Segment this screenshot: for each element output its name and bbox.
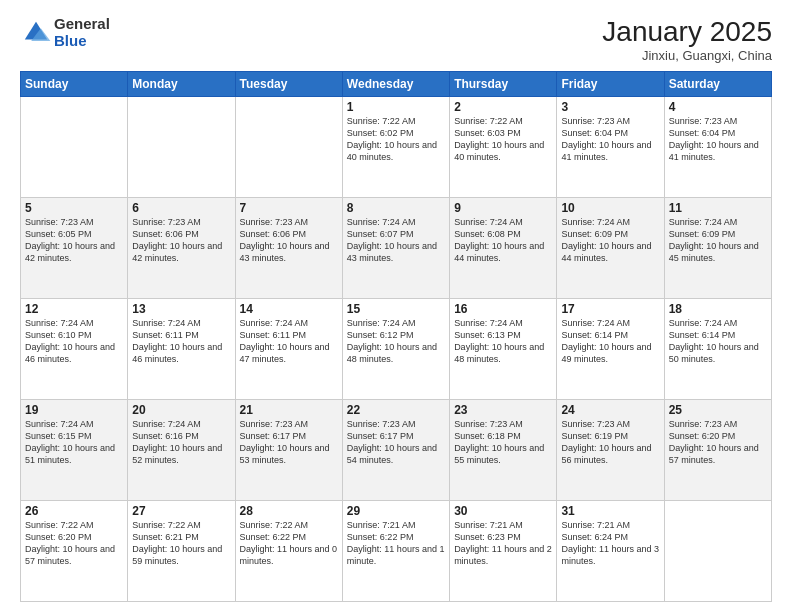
day-info: Sunrise: 7:21 AMSunset: 6:23 PMDaylight:… (454, 519, 552, 568)
calendar-cell: 9Sunrise: 7:24 AMSunset: 6:08 PMDaylight… (450, 198, 557, 299)
calendar-cell: 30Sunrise: 7:21 AMSunset: 6:23 PMDayligh… (450, 501, 557, 602)
logo-text: General Blue (54, 16, 110, 49)
day-number: 18 (669, 302, 767, 316)
calendar-cell: 6Sunrise: 7:23 AMSunset: 6:06 PMDaylight… (128, 198, 235, 299)
day-info: Sunrise: 7:24 AMSunset: 6:14 PMDaylight:… (669, 317, 767, 366)
calendar-cell: 25Sunrise: 7:23 AMSunset: 6:20 PMDayligh… (664, 400, 771, 501)
calendar-cell: 21Sunrise: 7:23 AMSunset: 6:17 PMDayligh… (235, 400, 342, 501)
calendar-cell: 28Sunrise: 7:22 AMSunset: 6:22 PMDayligh… (235, 501, 342, 602)
calendar-week-row: 26Sunrise: 7:22 AMSunset: 6:20 PMDayligh… (21, 501, 772, 602)
calendar-cell: 20Sunrise: 7:24 AMSunset: 6:16 PMDayligh… (128, 400, 235, 501)
calendar-week-row: 19Sunrise: 7:24 AMSunset: 6:15 PMDayligh… (21, 400, 772, 501)
logo-general-text: General (54, 16, 110, 33)
day-number: 28 (240, 504, 338, 518)
day-number: 29 (347, 504, 445, 518)
logo-icon (20, 17, 52, 49)
weekday-header-row: Sunday Monday Tuesday Wednesday Thursday… (21, 72, 772, 97)
day-info: Sunrise: 7:23 AMSunset: 6:05 PMDaylight:… (25, 216, 123, 265)
calendar-cell: 24Sunrise: 7:23 AMSunset: 6:19 PMDayligh… (557, 400, 664, 501)
day-number: 23 (454, 403, 552, 417)
calendar-cell: 10Sunrise: 7:24 AMSunset: 6:09 PMDayligh… (557, 198, 664, 299)
day-info: Sunrise: 7:23 AMSunset: 6:06 PMDaylight:… (132, 216, 230, 265)
day-number: 7 (240, 201, 338, 215)
day-number: 6 (132, 201, 230, 215)
day-info: Sunrise: 7:23 AMSunset: 6:19 PMDaylight:… (561, 418, 659, 467)
calendar-cell: 5Sunrise: 7:23 AMSunset: 6:05 PMDaylight… (21, 198, 128, 299)
day-number: 16 (454, 302, 552, 316)
calendar-cell: 15Sunrise: 7:24 AMSunset: 6:12 PMDayligh… (342, 299, 449, 400)
calendar-cell: 31Sunrise: 7:21 AMSunset: 6:24 PMDayligh… (557, 501, 664, 602)
day-number: 21 (240, 403, 338, 417)
day-number: 13 (132, 302, 230, 316)
calendar-cell: 11Sunrise: 7:24 AMSunset: 6:09 PMDayligh… (664, 198, 771, 299)
calendar-cell: 3Sunrise: 7:23 AMSunset: 6:04 PMDaylight… (557, 97, 664, 198)
logo: General Blue (20, 16, 110, 49)
calendar-cell: 8Sunrise: 7:24 AMSunset: 6:07 PMDaylight… (342, 198, 449, 299)
location-subtitle: Jinxiu, Guangxi, China (602, 48, 772, 63)
title-block: January 2025 Jinxiu, Guangxi, China (602, 16, 772, 63)
day-info: Sunrise: 7:24 AMSunset: 6:09 PMDaylight:… (561, 216, 659, 265)
day-info: Sunrise: 7:24 AMSunset: 6:07 PMDaylight:… (347, 216, 445, 265)
calendar-cell: 17Sunrise: 7:24 AMSunset: 6:14 PMDayligh… (557, 299, 664, 400)
calendar-cell: 23Sunrise: 7:23 AMSunset: 6:18 PMDayligh… (450, 400, 557, 501)
day-number: 24 (561, 403, 659, 417)
day-info: Sunrise: 7:23 AMSunset: 6:06 PMDaylight:… (240, 216, 338, 265)
day-number: 26 (25, 504, 123, 518)
header-saturday: Saturday (664, 72, 771, 97)
day-info: Sunrise: 7:23 AMSunset: 6:18 PMDaylight:… (454, 418, 552, 467)
calendar-cell: 13Sunrise: 7:24 AMSunset: 6:11 PMDayligh… (128, 299, 235, 400)
calendar-cell: 26Sunrise: 7:22 AMSunset: 6:20 PMDayligh… (21, 501, 128, 602)
day-info: Sunrise: 7:24 AMSunset: 6:10 PMDaylight:… (25, 317, 123, 366)
header-friday: Friday (557, 72, 664, 97)
header-tuesday: Tuesday (235, 72, 342, 97)
day-number: 22 (347, 403, 445, 417)
calendar-cell: 4Sunrise: 7:23 AMSunset: 6:04 PMDaylight… (664, 97, 771, 198)
calendar-cell: 18Sunrise: 7:24 AMSunset: 6:14 PMDayligh… (664, 299, 771, 400)
day-info: Sunrise: 7:24 AMSunset: 6:16 PMDaylight:… (132, 418, 230, 467)
day-number: 11 (669, 201, 767, 215)
day-number: 19 (25, 403, 123, 417)
day-number: 14 (240, 302, 338, 316)
calendar-cell: 27Sunrise: 7:22 AMSunset: 6:21 PMDayligh… (128, 501, 235, 602)
day-info: Sunrise: 7:22 AMSunset: 6:22 PMDaylight:… (240, 519, 338, 568)
day-info: Sunrise: 7:24 AMSunset: 6:12 PMDaylight:… (347, 317, 445, 366)
day-info: Sunrise: 7:24 AMSunset: 6:14 PMDaylight:… (561, 317, 659, 366)
day-number: 4 (669, 100, 767, 114)
day-info: Sunrise: 7:22 AMSunset: 6:02 PMDaylight:… (347, 115, 445, 164)
day-number: 10 (561, 201, 659, 215)
header-wednesday: Wednesday (342, 72, 449, 97)
calendar-week-row: 1Sunrise: 7:22 AMSunset: 6:02 PMDaylight… (21, 97, 772, 198)
calendar-week-row: 5Sunrise: 7:23 AMSunset: 6:05 PMDaylight… (21, 198, 772, 299)
calendar-cell (128, 97, 235, 198)
calendar-cell: 29Sunrise: 7:21 AMSunset: 6:22 PMDayligh… (342, 501, 449, 602)
day-info: Sunrise: 7:24 AMSunset: 6:15 PMDaylight:… (25, 418, 123, 467)
day-info: Sunrise: 7:22 AMSunset: 6:03 PMDaylight:… (454, 115, 552, 164)
calendar-cell: 22Sunrise: 7:23 AMSunset: 6:17 PMDayligh… (342, 400, 449, 501)
day-number: 9 (454, 201, 552, 215)
header-sunday: Sunday (21, 72, 128, 97)
day-number: 3 (561, 100, 659, 114)
day-number: 15 (347, 302, 445, 316)
calendar-cell: 1Sunrise: 7:22 AMSunset: 6:02 PMDaylight… (342, 97, 449, 198)
calendar-cell: 19Sunrise: 7:24 AMSunset: 6:15 PMDayligh… (21, 400, 128, 501)
day-number: 30 (454, 504, 552, 518)
day-info: Sunrise: 7:24 AMSunset: 6:09 PMDaylight:… (669, 216, 767, 265)
calendar-cell: 12Sunrise: 7:24 AMSunset: 6:10 PMDayligh… (21, 299, 128, 400)
calendar-cell: 16Sunrise: 7:24 AMSunset: 6:13 PMDayligh… (450, 299, 557, 400)
day-number: 8 (347, 201, 445, 215)
day-info: Sunrise: 7:22 AMSunset: 6:21 PMDaylight:… (132, 519, 230, 568)
day-info: Sunrise: 7:23 AMSunset: 6:17 PMDaylight:… (347, 418, 445, 467)
calendar-week-row: 12Sunrise: 7:24 AMSunset: 6:10 PMDayligh… (21, 299, 772, 400)
calendar-cell: 14Sunrise: 7:24 AMSunset: 6:11 PMDayligh… (235, 299, 342, 400)
day-info: Sunrise: 7:21 AMSunset: 6:24 PMDaylight:… (561, 519, 659, 568)
day-info: Sunrise: 7:21 AMSunset: 6:22 PMDaylight:… (347, 519, 445, 568)
day-number: 12 (25, 302, 123, 316)
day-info: Sunrise: 7:23 AMSunset: 6:04 PMDaylight:… (669, 115, 767, 164)
header-thursday: Thursday (450, 72, 557, 97)
day-info: Sunrise: 7:24 AMSunset: 6:11 PMDaylight:… (240, 317, 338, 366)
day-info: Sunrise: 7:24 AMSunset: 6:13 PMDaylight:… (454, 317, 552, 366)
day-number: 17 (561, 302, 659, 316)
day-info: Sunrise: 7:22 AMSunset: 6:20 PMDaylight:… (25, 519, 123, 568)
day-number: 31 (561, 504, 659, 518)
month-title: January 2025 (602, 16, 772, 48)
